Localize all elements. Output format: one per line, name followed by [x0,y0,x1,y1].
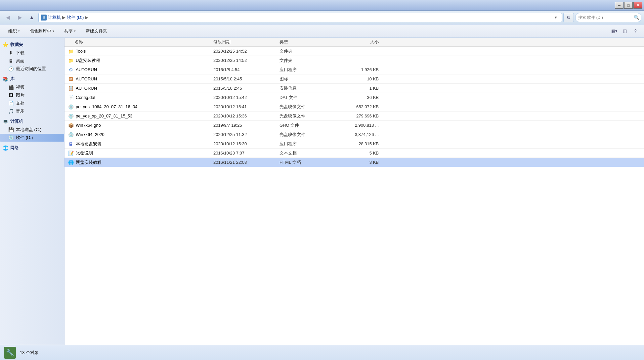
column-type[interactable]: 类型 [279,39,339,45]
sidebar-group-header[interactable]: 💻计算机 [0,117,64,126]
refresh-button[interactable]: ↻ [563,13,574,22]
sidebar-item-软件 (D:)[interactable]: 💿软件 (D:) [0,134,64,142]
table-row[interactable]: ⚙AUTORUN2016/1/8 4:54应用程序1,926 KB [64,65,644,74]
file-date-cell: 2020/12/25 14:52 [213,58,279,63]
sidebar-group-header[interactable]: 📚库 [0,75,64,83]
sidebar-item-label: 下载 [16,50,24,56]
minimize-button[interactable]: ─ [615,2,623,9]
file-date-cell: 2015/5/10 2:45 [213,86,279,91]
share-button[interactable]: 共享 ▾ [60,26,80,36]
sidebar-item-label: 桌面 [16,58,24,64]
breadcrumb-sep-2: ▶ [85,15,88,20]
toolbar: 组织 ▾ 包含到库中 ▾ 共享 ▾ 新建文件夹 ▦▾ ◫ ? [0,24,644,38]
table-row[interactable]: 💿Win7x64_20202020/12/25 11:32光盘映像文件3,874… [64,130,644,139]
help-button[interactable]: ? [631,26,640,36]
back-button[interactable]: ◀ [3,13,13,22]
sidebar-group-label: 计算机 [10,118,23,124]
file-icon-ico: 🖼 [68,76,74,82]
file-type-cell: 光盘映像文件 [279,113,339,119]
sidebar-item-本地磁盘 (C:)[interactable]: 💾本地磁盘 (C:) [0,126,64,134]
file-name-text: AUTORUN [76,86,97,91]
organize-button[interactable]: 组织 ▾ [4,26,24,36]
breadcrumb-computer[interactable]: 计算机 [48,15,61,21]
new-folder-button[interactable]: 新建文件夹 [81,26,111,36]
file-name-text: AUTORUN [76,76,97,81]
table-row[interactable]: 📁Tools2020/12/25 14:52文件夹 [64,47,644,56]
sidebar-item-图片[interactable]: 🖼图片 [0,91,64,99]
table-row[interactable]: 🖼AUTORUN2015/5/10 2:45图标10 KB [64,74,644,84]
sidebar: ⭐收藏夹⬇下载🖥桌面🕐最近访问的位置📚库🎬视频🖼图片📄文档🎵音乐💻计算机💾本地磁… [0,38,64,345]
file-type-cell: 文件夹 [279,48,339,54]
breadcrumb-drive[interactable]: 软件 (D:) [67,15,84,21]
file-type-cell: 安装信息 [279,85,339,91]
file-icon-txt: 📝 [68,150,74,156]
breadcrumb: 计算机 ▶ 软件 (D:) ▶ [48,15,89,21]
column-size[interactable]: 大小 [339,39,385,45]
window-controls: ─ □ ✕ [615,2,642,9]
search-button[interactable]: 🔍 [632,13,641,22]
sidebar-item-icon: 🎬 [8,84,14,90]
address-icon: 🖥 [41,15,47,21]
new-folder-label: 新建文件夹 [86,28,107,34]
file-icon-dat: 📄 [68,95,74,101]
table-row[interactable]: 🖥本地硬盘安装2020/10/12 15:30应用程序28,315 KB [64,139,644,149]
share-label: 共享 [64,28,73,34]
file-name-cell: 🖥本地硬盘安装 [64,141,213,147]
table-row[interactable]: 💿pe_yqs_1064_20_07_31_16_042020/10/12 15… [64,102,644,112]
up-button[interactable]: ▲ [26,13,37,22]
breadcrumb-sep-1: ▶ [62,15,65,20]
sidebar-item-最近访问的位置[interactable]: 🕐最近访问的位置 [0,65,64,73]
table-row[interactable]: 🌐硬盘安装教程2016/11/21 22:03HTML 文档3 KB [64,158,644,167]
table-row[interactable]: 📄Config.dat2020/10/12 15:42DAT 文件36 KB [64,93,644,102]
sidebar-item-label: 文档 [16,100,24,106]
toolbar-right: ▦▾ ◫ ? [610,26,640,36]
include-library-button[interactable]: 包含到库中 ▾ [25,26,59,36]
table-row[interactable]: 📦Win7x64.gho2019/9/7 19:25GHO 文件2,900,81… [64,121,644,130]
search-input[interactable] [576,15,632,20]
file-icon-html: 🌐 [68,159,74,165]
sidebar-item-音乐[interactable]: 🎵音乐 [0,107,64,115]
file-date-cell: 2020/10/12 15:30 [213,141,279,146]
file-icon-img: 💿 [68,113,74,119]
empty-area[interactable] [64,167,644,345]
search-bar: 🔍 [575,13,641,22]
file-name-text: Win7x64.gho [76,123,101,128]
file-icon-img: 💿 [68,104,74,110]
sidebar-item-icon: 🖼 [8,92,14,98]
preview-button[interactable]: ◫ [620,26,629,36]
sidebar-group-header[interactable]: 🌐网络 [0,144,64,152]
status-icon: 🔧 [4,347,16,359]
table-row[interactable]: 📝光盘说明2016/10/23 7:07文本文档5 KB [64,149,644,158]
sidebar-group-header[interactable]: ⭐收藏夹 [0,40,64,49]
file-date-cell: 2016/1/8 4:54 [213,67,279,72]
file-date-cell: 2016/11/21 22:03 [213,160,279,165]
table-row[interactable]: 💿pe_yqs_xp_20_07_31_15_532020/10/12 15:3… [64,112,644,121]
sidebar-item-label: 本地磁盘 (C:) [16,127,41,133]
table-row[interactable]: 📋AUTORUN2015/5/10 2:45安装信息1 KB [64,84,644,93]
sidebar-item-桌面[interactable]: 🖥桌面 [0,57,64,65]
sidebar-item-视频[interactable]: 🎬视频 [0,83,64,91]
sidebar-item-下载[interactable]: ⬇下载 [0,49,64,57]
file-name-cell: 📦Win7x64.gho [64,122,213,128]
file-size-cell: 1 KB [339,86,385,91]
maximize-button[interactable]: □ [624,2,633,9]
file-date-cell: 2020/10/12 15:36 [213,113,279,118]
address-dropdown-button[interactable]: ▾ [552,13,560,22]
include-arrow: ▾ [53,29,54,33]
file-type-cell: 光盘映像文件 [279,104,339,110]
sidebar-group-icon: 🌐 [3,145,8,151]
view-options-button[interactable]: ▦▾ [610,26,619,36]
sidebar-item-文档[interactable]: 📄文档 [0,99,64,107]
file-date-cell: 2020/12/25 14:52 [213,49,279,54]
column-date[interactable]: 修改日期 [213,39,279,45]
sidebar-item-label: 图片 [16,92,24,98]
sidebar-item-icon: 🕐 [8,66,14,72]
table-row[interactable]: 📁U盘安装教程2020/12/25 14:52文件夹 [64,56,644,65]
file-name-cell: 💿pe_yqs_xp_20_07_31_15_53 [64,113,213,119]
forward-button[interactable]: ▶ [15,13,25,22]
file-name-text: 硬盘安装教程 [76,159,102,165]
close-button[interactable]: ✕ [633,2,642,9]
file-type-cell: DAT 文件 [279,95,339,101]
column-name[interactable]: 名称 [64,39,213,45]
file-type-cell: GHO 文件 [279,122,339,128]
